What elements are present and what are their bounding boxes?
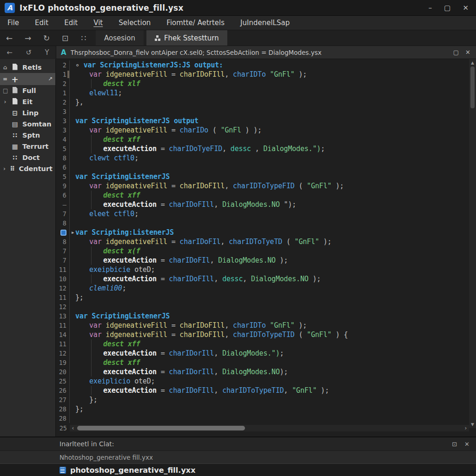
- sidebar-item-terrurt[interactable]: ▦Terrurt: [0, 141, 55, 152]
- output-panel-header[interactable]: Inarlteetl in Clat: ⊡ ✕: [0, 436, 476, 450]
- code-line[interactable]: 12executeAction = charIDorIll, DialogMod…: [56, 349, 476, 358]
- line-number[interactable]: 7: [56, 256, 70, 265]
- code-line[interactable]: 3: [56, 107, 476, 116]
- line-number[interactable]: 11: [56, 293, 70, 302]
- line-number[interactable]: 25: [56, 377, 70, 386]
- code-line[interactable]: 8var idgeneativeFill = charIDoFIl, charI…: [56, 237, 476, 246]
- sidebar-item-retls[interactable]: ⌂Retls: [0, 62, 55, 73]
- forward-icon[interactable]: →: [19, 30, 37, 46]
- line-number[interactable]: 13: [56, 311, 70, 321]
- line-number[interactable]: 9: [56, 181, 70, 191]
- code-line[interactable]: 4desct xff: [56, 135, 476, 144]
- code-line[interactable]: 27};: [56, 395, 476, 404]
- minimize-button[interactable]: –: [429, 4, 432, 12]
- sidebar-item-eit[interactable]: ›Eit: [0, 96, 55, 107]
- code-line[interactable]: 2},: [56, 98, 476, 107]
- code-line[interactable]: 12: [56, 302, 476, 311]
- line-number[interactable]: 1: [56, 88, 70, 98]
- line-number[interactable]: 14: [56, 330, 70, 339]
- code-line[interactable]: 5executeAction = charIDoTyeFID, dessc , …: [56, 144, 476, 153]
- scroll-down-icon[interactable]: ▼: [471, 422, 474, 427]
- restore-icon[interactable]: ⊡: [452, 441, 457, 448]
- code-line[interactable]: –executeAction = charIDoFIll, DialogMode…: [56, 200, 476, 209]
- editor-tab-bar[interactable]: A Thsrphosboc_Donra_fielv ontAiper cX.se…: [56, 46, 476, 59]
- line-number[interactable]: 20: [56, 367, 70, 377]
- code-line[interactable]: 3var idgeneativeFill = charIDo ( "GnFl )…: [56, 126, 476, 135]
- sidebar-item-sptn[interactable]: ∷Sptn: [0, 130, 55, 141]
- code-line[interactable]: 2desct xlf: [56, 79, 476, 88]
- line-number[interactable]: 1: [56, 70, 70, 79]
- line-number[interactable]: 28: [56, 404, 70, 414]
- line-number[interactable]: 11: [56, 321, 70, 330]
- line-number[interactable]: 5: [56, 144, 70, 153]
- close-icon[interactable]: ✕: [464, 441, 469, 448]
- line-number[interactable]: 3: [56, 126, 70, 135]
- menu-item-edit[interactable]: Edit: [64, 19, 78, 27]
- sidebar-item-full[interactable]: □Full: [0, 85, 55, 96]
- line-number[interactable]: 26: [56, 386, 70, 395]
- line-number[interactable]: 11: [56, 265, 70, 274]
- output-file-row[interactable]: Nhotoshop_generative fill.yxx: [0, 450, 476, 463]
- line-number[interactable]: 2: [56, 60, 70, 70]
- undo-icon[interactable]: ↺: [26, 48, 32, 57]
- maximize-button[interactable]: ▢: [444, 4, 450, 12]
- code-line[interactable]: 6desct xff: [56, 191, 476, 200]
- line-number[interactable]: 2: [56, 98, 70, 107]
- line-number[interactable]: 12: [56, 349, 70, 358]
- restore-icon[interactable]: ▢: [453, 49, 459, 56]
- sidebar-item[interactable]: =+↗: [0, 73, 55, 85]
- code-editor[interactable]: 2∘ var ScriptingListenerJS:JS output:1va…: [56, 59, 476, 436]
- line-number[interactable]: 12: [56, 284, 70, 293]
- code-line[interactable]: 8: [56, 218, 476, 228]
- menu-item-edit[interactable]: Edit: [35, 19, 48, 27]
- line-number[interactable]: 7: [56, 246, 70, 256]
- code-line[interactable]: 19desct xff: [56, 358, 476, 367]
- home-icon[interactable]: ⌂: [3, 64, 7, 71]
- equals-icon[interactable]: =: [3, 76, 7, 82]
- sidebar-item-linp[interactable]: ⊟Linp: [0, 107, 55, 119]
- menu-item-selection[interactable]: Selection: [119, 19, 151, 27]
- line-number[interactable]: 8: [56, 153, 70, 163]
- code-line[interactable]: 26executeAction = charIDoFIll, charIDToT…: [56, 386, 476, 395]
- chevron-right-icon[interactable]: ›: [3, 165, 6, 172]
- code-line[interactable]: 2∘ var ScriptingListenerJS:JS output:: [56, 60, 476, 70]
- back-icon[interactable]: ←: [7, 48, 13, 57]
- code-line[interactable]: 20executeAction = charIDorIll, DialogMod…: [56, 367, 476, 377]
- code-line[interactable]: ▶var Scripting:ListenerJS: [56, 228, 476, 237]
- line-number[interactable]: 8: [56, 218, 70, 228]
- sidebar-item-cdenturt[interactable]: ›⠿Cdenturt: [0, 163, 55, 174]
- line-number[interactable]: 27: [56, 395, 70, 404]
- line-number[interactable]: 25: [56, 424, 70, 432]
- code-line[interactable]: 28: [56, 414, 476, 423]
- line-number[interactable]: 6: [56, 191, 70, 200]
- line-number[interactable]: 5: [56, 172, 70, 181]
- menu-item-file[interactable]: File: [7, 19, 19, 27]
- code-line[interactable]: 11};: [56, 293, 476, 302]
- code-line[interactable]: 1var idgeneativeFill = charIDoFIll, char…: [56, 70, 476, 79]
- checkbox-icon[interactable]: □: [3, 87, 7, 94]
- line-number[interactable]: 7: [56, 209, 70, 218]
- export-icon[interactable]: ⊡: [56, 30, 74, 46]
- code-line[interactable]: 8clewt ctfl0;: [56, 153, 476, 163]
- code-line[interactable]: 10executeAction = charIDoFIll, dessc, Di…: [56, 274, 476, 284]
- tab-flow[interactable]: Fhek Sstestturn: [146, 30, 227, 46]
- code-line[interactable]: 7desct x(f: [56, 246, 476, 256]
- vertical-scrollbar[interactable]: ▲ ▼: [469, 59, 476, 428]
- chevron-right-icon[interactable]: ›: [3, 99, 7, 105]
- code-line[interactable]: 25exeiplicio oteD;: [56, 377, 476, 386]
- back-icon[interactable]: ←: [0, 30, 19, 46]
- line-number[interactable]: 3: [56, 107, 70, 116]
- code-line[interactable]: 7eleet ctfl0;: [56, 209, 476, 218]
- line-number[interactable]: 19: [56, 358, 70, 367]
- menu-item-fiomtte-aetrtels[interactable]: Fiomtte/ Aetrtels: [166, 19, 225, 27]
- scroll-left-icon[interactable]: ‹: [70, 425, 76, 431]
- menu-item-juindenellsap[interactable]: JuIndenelLSap: [240, 19, 290, 27]
- dots-icon[interactable]: ∷: [74, 30, 93, 46]
- branch-icon[interactable]: Y: [45, 48, 49, 57]
- horizontal-scrollbar-thumb[interactable]: [77, 426, 245, 430]
- menu-item-vit[interactable]: Vit: [93, 19, 103, 27]
- sidebar-item-doct[interactable]: ∷Doct: [0, 152, 55, 163]
- code-line[interactable]: 13var ScriptingListenerJS: [56, 311, 476, 321]
- code-line[interactable]: 12clemli00;: [56, 284, 476, 293]
- line-number[interactable]: –: [56, 200, 70, 209]
